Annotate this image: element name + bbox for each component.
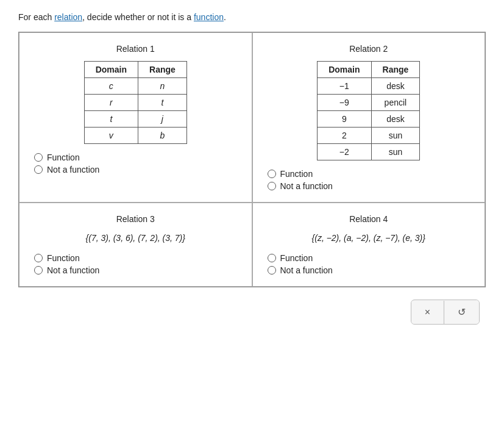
r1-cell: n [138, 78, 187, 95]
relation2-title: Relation 2 [263, 44, 475, 54]
relation1-options: Function Not a function [29, 153, 242, 174]
radio-circle [34, 153, 43, 162]
relation4-options: Function Not a function [263, 253, 475, 275]
relation1-quadrant: Relation 1 Domain Range c n r t t [19, 32, 252, 203]
table-row: t j [84, 111, 186, 128]
notfunction-label: Not a function [47, 265, 99, 275]
relation3-title: Relation 3 [29, 214, 242, 224]
relation2-domain-header: Domain [318, 62, 371, 78]
table-row: −2 sun [318, 144, 420, 160]
relation3-function-option[interactable]: Function [34, 253, 242, 263]
radio-circle [34, 254, 43, 262]
relation1-notfunction-option[interactable]: Not a function [34, 165, 242, 174]
relation3-set: {(7, 3), (3, 6), (7, 2), (3, 7)} [29, 231, 242, 245]
r2-cell: 9 [318, 111, 371, 128]
r2-cell: −2 [318, 144, 371, 160]
radio-circle [34, 266, 43, 275]
bottom-toolbar: × ↺ [18, 300, 486, 325]
relation-link[interactable]: relation [54, 12, 82, 22]
r2-cell: desk [371, 111, 420, 128]
r2-cell: sun [371, 144, 420, 160]
radio-circle [268, 254, 276, 262]
r2-cell: −9 [318, 95, 371, 111]
r1-cell: r [84, 95, 138, 111]
notfunction-label: Not a function [280, 181, 333, 191]
r1-cell: t [138, 95, 187, 111]
table-row: 9 desk [318, 111, 420, 128]
table-row: 2 sun [318, 128, 420, 144]
function-link[interactable]: function [194, 12, 224, 22]
r2-cell: 2 [318, 128, 371, 144]
relation3-quadrant: Relation 3 {(7, 3), (3, 6), (7, 2), (3, … [19, 203, 252, 287]
r1-cell: c [84, 78, 138, 95]
relation4-title: Relation 4 [263, 214, 475, 224]
relation2-notfunction-option[interactable]: Not a function [268, 181, 475, 191]
relation1-range-header: Range [138, 62, 187, 78]
relation1-title: Relation 1 [29, 44, 242, 54]
table-row: −1 desk [318, 78, 420, 95]
r2-cell: pencil [371, 95, 420, 111]
r1-cell: b [138, 128, 187, 144]
radio-circle [268, 182, 276, 190]
table-row: c n [84, 78, 186, 95]
radio-circle [34, 165, 43, 174]
relation2-function-option[interactable]: Function [268, 169, 475, 179]
clear-button[interactable]: × [411, 301, 444, 324]
relation1-function-option[interactable]: Function [34, 153, 242, 162]
relation4-quadrant: Relation 4 {(z, −2), (a, −2), (z, −7), (… [252, 203, 486, 287]
relation4-notfunction-option[interactable]: Not a function [268, 265, 475, 275]
tool-button-group: × ↺ [411, 300, 480, 325]
table-row: r t [84, 95, 186, 111]
notfunction-label: Not a function [47, 165, 99, 174]
relation3-notfunction-option[interactable]: Not a function [34, 265, 242, 275]
r1-cell: j [138, 111, 187, 128]
r2-cell: sun [371, 128, 420, 144]
relation1-table: Domain Range c n r t t j v [84, 61, 187, 144]
function-label: Function [47, 153, 80, 162]
r1-cell: v [84, 128, 138, 144]
function-label: Function [280, 253, 313, 263]
table-row: −9 pencil [318, 95, 420, 111]
relation2-options: Function Not a function [263, 169, 475, 191]
intro-text: For each relation, decide whether or not… [18, 12, 486, 22]
radio-circle [268, 170, 276, 178]
relation2-quadrant: Relation 2 Domain Range −1 desk −9 penci… [252, 32, 486, 203]
relation4-set: {(z, −2), (a, −2), (z, −7), (e, 3)} [263, 231, 475, 245]
undo-button[interactable]: ↺ [444, 300, 479, 324]
notfunction-label: Not a function [280, 265, 333, 275]
relation1-domain-header: Domain [84, 62, 138, 78]
r1-cell: t [84, 111, 138, 128]
function-label: Function [47, 253, 80, 263]
function-label: Function [280, 169, 313, 179]
table-row: v b [84, 128, 186, 144]
r2-cell: desk [371, 78, 420, 95]
main-grid: Relation 1 Domain Range c n r t t [18, 32, 486, 287]
radio-circle [268, 266, 276, 275]
relation2-table: Domain Range −1 desk −9 pencil 9 desk [317, 61, 420, 160]
relation3-options: Function Not a function [29, 253, 242, 275]
r2-cell: −1 [318, 78, 371, 95]
relation2-range-header: Range [371, 62, 420, 78]
relation4-function-option[interactable]: Function [268, 253, 475, 263]
